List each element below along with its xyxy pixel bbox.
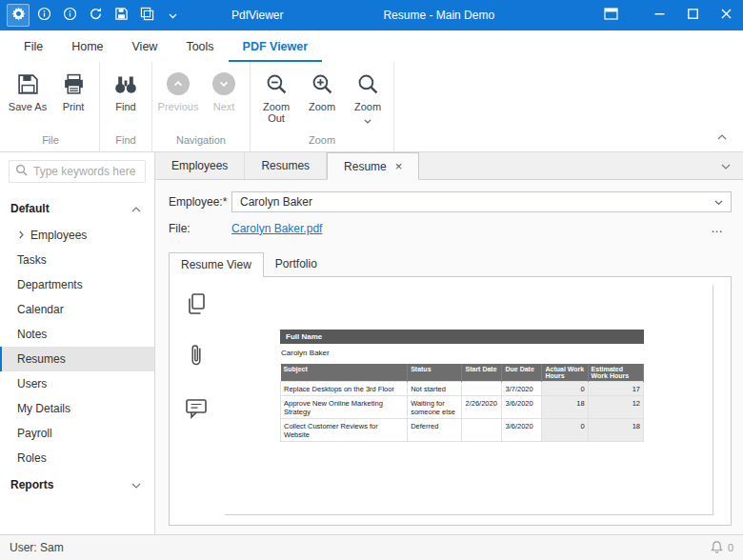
file-link[interactable]: Carolyn Baker.pdf [231,222,322,235]
app-name: PdfViewer [231,9,283,22]
chevron-up-icon [131,202,141,215]
viewer-tab-bar: Resume View Portfolio [169,252,732,276]
about-button[interactable] [58,4,81,27]
file-label: File: [169,222,231,235]
about-icon [63,7,77,24]
table-header-row: Subject Status Start Date Due Date Actua… [281,364,644,382]
zoom-button[interactable]: Zoom Out Zoom [345,70,391,126]
print-button[interactable]: Print [50,70,96,112]
sidebar-item-departments[interactable]: Departments [0,272,154,297]
sidebar-section-reports[interactable]: Reports [0,470,154,499]
sidebar-item-users[interactable]: Users [0,371,154,396]
tab-close-icon[interactable]: × [395,160,403,172]
qat-dropdown-button[interactable] [161,4,184,27]
search-input[interactable] [33,165,139,178]
pdf-viewer: Full Name Carolyn Baker Subject Status S… [169,276,732,526]
sidebar-item-resumes[interactable]: Resumes [0,347,154,371]
notification-count: 0 [728,542,733,553]
person-name: Carolyn Baker [280,344,644,364]
header-due-date: Due Date [502,364,542,382]
full-name-header: Full Name [280,330,644,344]
refresh-icon [89,7,103,24]
ribbon-group-label-zoom: Zoom [253,132,391,151]
chevron-down-icon [364,114,372,126]
previous-icon [167,71,190,96]
refresh-button[interactable] [84,4,107,27]
statusbar: User: Sam 0 [0,534,743,560]
tab-pdf-viewer[interactable]: PDF Viewer [229,30,323,62]
browse-file-button[interactable]: … [703,221,732,235]
titlebar: PdfViewer Resume - Main Demo [0,0,743,30]
pdf-page[interactable]: Full Name Carolyn Baker Subject Status S… [225,285,713,515]
ribbon-group-label-find: Find [103,132,149,151]
tasks-table: Subject Status Start Date Due Date Actua… [280,364,644,442]
save-as-button[interactable]: Save As [5,70,50,112]
window-controls [594,0,743,30]
minimize-button[interactable] [643,0,676,30]
doc-tab-resume[interactable]: Resume × [327,152,419,180]
zoom-in-button[interactable]: Zoom [299,70,345,112]
settings-button[interactable] [7,4,30,27]
chevron-right-icon [19,229,24,242]
navigation-sidebar: Default Employees Tasks Departments Cale… [0,152,155,534]
sidebar-item-tasks[interactable]: Tasks [0,248,154,272]
pdf-tool-strip [170,277,223,525]
close-icon [721,9,732,22]
tab-view[interactable]: View [118,30,172,62]
doc-tab-resumes[interactable]: Resumes [245,152,327,179]
save-all-icon [140,7,154,24]
display-mode-button[interactable] [594,0,628,30]
paperclip-icon [189,343,204,371]
ribbon-tab-bar: File Home View Tools PDF Viewer [0,30,743,62]
ribbon-collapse-button[interactable] [713,129,732,144]
copy-button[interactable] [180,290,212,320]
comments-button[interactable] [180,394,212,425]
app-body: Default Employees Tasks Departments Cale… [0,152,743,534]
maximize-icon [688,9,698,22]
header-actual-work-hours: Actual Work Hours [542,364,588,382]
info-button[interactable] [32,4,55,27]
sidebar-section-default[interactable]: Default [0,194,154,223]
quick-access-toolbar [0,4,184,27]
tab-list-dropdown-button[interactable] [721,152,743,179]
save-icon [114,7,129,24]
save-button[interactable] [110,4,132,27]
notifications[interactable]: 0 [711,540,733,556]
previous-page-button[interactable]: Previous [155,70,201,112]
sidebar-item-calendar[interactable]: Calendar [0,297,154,322]
window-title: Resume - Main Demo [283,9,594,22]
close-button[interactable] [710,0,743,30]
gear-icon [11,7,26,24]
tab-portfolio[interactable]: Portfolio [264,252,329,276]
tab-file[interactable]: File [10,30,57,62]
header-subject: Subject [281,364,408,382]
ribbon-group-label-navigation: Navigation [155,132,247,151]
sidebar-item-employees[interactable]: Employees [0,223,154,248]
employee-combobox[interactable]: Carolyn Baker [231,191,732,212]
ribbon-group-file: Save As Print File [2,62,100,151]
attachments-button[interactable] [180,342,212,372]
maximize-button[interactable] [676,0,710,30]
table-row: Replace Desktops on the 3rd Floor Not st… [281,382,644,396]
save-all-button[interactable] [135,4,158,27]
sidebar-item-my-details[interactable]: My Details [0,396,154,421]
search-icon [15,164,28,179]
sidebar-item-notes[interactable]: Notes [0,322,154,347]
ribbon: Save As Print File Find Find [0,62,743,152]
next-page-button[interactable]: Next [201,70,247,112]
tab-resume-view[interactable]: Resume View [169,252,264,277]
find-button[interactable]: Find [103,70,149,112]
sidebar-item-roles[interactable]: Roles [0,446,154,470]
copy-icon [186,292,207,318]
tab-tools[interactable]: Tools [171,30,228,62]
sidebar-search[interactable] [9,160,146,183]
zoom-out-button[interactable]: Zoom Out [253,70,299,124]
next-icon [212,71,235,96]
ribbon-group-zoom: Zoom Out Zoom Zoom Out Zoom Zoom [251,62,394,151]
doc-tab-employees[interactable]: Employees [155,152,245,179]
tab-home[interactable]: Home [57,30,117,62]
sidebar-item-payroll[interactable]: Payroll [0,421,154,446]
document-tab-bar: Employees Resumes Resume × [155,152,743,180]
comment-icon [185,398,208,422]
zoom-icon [356,71,380,96]
